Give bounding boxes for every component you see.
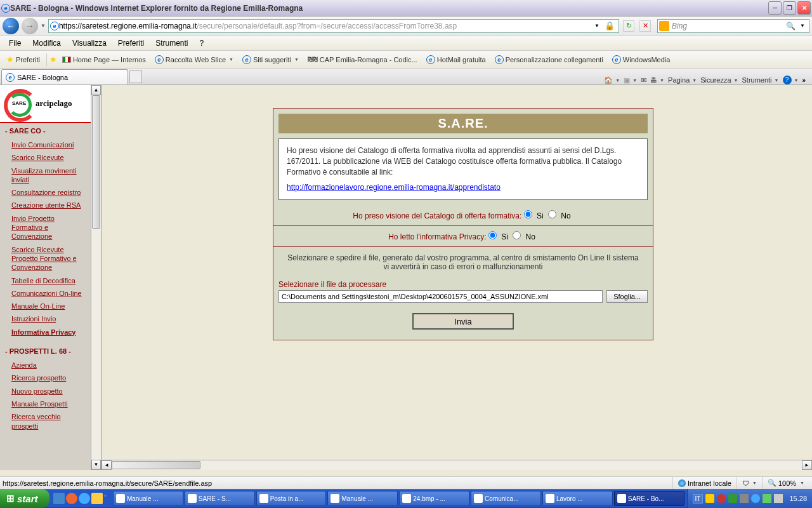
add-favorite-icon[interactable]: ★ <box>49 55 57 64</box>
sidebar-link[interactable]: Invio Comunicazioni <box>11 138 86 151</box>
zoom-level[interactable]: 🔍100%▼ <box>762 477 809 489</box>
catalog-no-radio[interactable] <box>548 210 556 218</box>
scroll-thumb[interactable] <box>92 95 100 229</box>
search-dropdown[interactable]: ▼ <box>797 23 808 29</box>
browse-button[interactable]: Sfoglia... <box>606 290 648 303</box>
scroll-left-button[interactable]: ◄ <box>102 460 112 470</box>
menu-tools[interactable]: Strumenti <box>150 37 193 50</box>
fav-link-hotmail[interactable]: eHotMail gratuita <box>422 54 490 65</box>
task-item[interactable]: Manuale ... <box>327 491 398 506</box>
page-menu[interactable]: Pagina▼ <box>668 76 697 84</box>
sidebar-link[interactable]: Manuale Prospetti <box>11 398 86 410</box>
scroll-down-button[interactable]: ▼ <box>91 460 101 470</box>
task-item[interactable]: Manuale ... <box>113 491 183 506</box>
submit-button[interactable]: Invia <box>412 313 514 330</box>
favorites-button[interactable]: ★Preferiti <box>3 53 44 65</box>
info-link[interactable]: http://formazionelavoro.regione.emilia-r… <box>287 182 501 193</box>
sidebar-link[interactable]: Consultazione registro <box>11 186 86 199</box>
tab-active[interactable]: e SARE - Bologna <box>1 69 128 84</box>
fav-link-webslice[interactable]: eRaccolta Web Slice▼ <box>151 54 237 65</box>
sidebar-link[interactable]: Creazione utente RSA <box>11 199 86 211</box>
sidebar-scrollbar[interactable]: ▲ ▼ <box>91 85 101 470</box>
menu-favorites[interactable]: Preferiti <box>113 37 149 50</box>
back-button[interactable]: ← <box>3 18 19 34</box>
sidebar-link[interactable]: Scarico Ricevute Progetto Formativo e Co… <box>11 243 86 274</box>
maximize-button[interactable]: ❐ <box>783 1 796 15</box>
tray-icon[interactable] <box>774 494 783 503</box>
sidebar-link[interactable]: Azienda <box>11 359 86 371</box>
security-menu[interactable]: Sicurezza▼ <box>700 76 738 84</box>
mail-button[interactable]: ✉ <box>641 76 646 84</box>
tools-menu[interactable]: Strumenti▼ <box>742 76 778 84</box>
tray-icon[interactable] <box>705 494 714 503</box>
task-item[interactable]: SARE - S... <box>185 491 255 506</box>
sidebar-link[interactable]: Invio Progetto Formativo e Convenzione <box>11 212 86 243</box>
privacy-no-radio[interactable] <box>513 231 521 239</box>
scroll-thumb[interactable] <box>112 461 200 469</box>
sidebar-link-privacy[interactable]: Informativa Privacy <box>11 326 86 338</box>
sidebar-link[interactable]: Nuovo prospetto <box>11 385 86 398</box>
scroll-up-button[interactable]: ▲ <box>91 85 101 95</box>
fav-link-wmedia[interactable]: eWindowsMedia <box>608 54 674 65</box>
search-button[interactable]: 🔍 <box>783 22 797 30</box>
menu-view[interactable]: Visualizza <box>67 37 112 50</box>
start-button[interactable]: ⊞ start <box>0 489 49 508</box>
ql-ie-icon[interactable] <box>79 493 90 504</box>
task-item[interactable]: Lavoro ... <box>542 491 613 506</box>
sidebar-link[interactable]: Scarico Ricevute <box>11 151 86 164</box>
task-item[interactable]: 24.bmp - ... <box>399 491 469 506</box>
ql-desktop-icon[interactable] <box>53 493 65 504</box>
feeds-button[interactable]: ▣▼ <box>624 76 637 84</box>
sidebar-link[interactable]: Manuale On-Line <box>11 300 86 312</box>
nav-history-dropdown[interactable]: ▼ <box>41 23 46 29</box>
catalog-yes-radio[interactable] <box>524 210 532 218</box>
forward-button[interactable]: → <box>22 18 38 34</box>
new-tab-button[interactable] <box>129 70 142 83</box>
task-item-active[interactable]: SARE - Bo... <box>614 491 684 506</box>
fav-link-suggested[interactable]: eSiti suggeriti▼ <box>239 54 303 65</box>
refresh-button[interactable]: ↻ <box>623 20 634 32</box>
tray-icon[interactable] <box>763 494 771 503</box>
fav-link-personal[interactable]: ePersonalizzazione collegamenti <box>491 54 607 65</box>
task-item[interactable]: Comunica... <box>471 491 541 506</box>
fav-link-cap[interactable]: ₪₪CAP Emilia-Romagna - Codic... <box>304 55 421 65</box>
logo-area: SARE arcipelago <box>0 85 91 123</box>
help-button[interactable]: ?▼ <box>783 76 799 84</box>
status-text: https://saretest.regione.emilia-romagna.… <box>3 479 672 487</box>
file-path-input[interactable] <box>278 290 603 303</box>
close-button[interactable]: ✕ <box>797 1 811 15</box>
tray-icon[interactable] <box>717 494 726 503</box>
sidebar-link[interactable]: Visualizza movimenti inviati <box>11 164 86 187</box>
ql-firefox-icon[interactable] <box>66 493 77 504</box>
privacy-yes-radio[interactable] <box>488 231 497 239</box>
sidebar-link[interactable]: Comunicazioni On-line <box>11 287 86 300</box>
fav-link-home[interactable]: Home Page — Internos <box>58 55 150 65</box>
sidebar-link[interactable]: Ricerca vecchio prospetti <box>11 410 86 432</box>
tray-icon[interactable] <box>728 494 737 503</box>
ql-chevron-icon[interactable]: » <box>104 493 107 504</box>
menu-file[interactable]: File <box>4 37 26 50</box>
ql-explorer-icon[interactable] <box>91 493 103 504</box>
address-dropdown[interactable]: ▼ <box>592 23 602 29</box>
zoom-icon: 🔍 <box>768 479 776 487</box>
sidebar-link[interactable]: Istruzioni Invio <box>11 312 86 325</box>
clock[interactable]: 15.28 <box>785 495 807 502</box>
home-button[interactable]: 🏠▼ <box>604 76 620 84</box>
chevron-right-icon[interactable]: » <box>802 77 806 84</box>
menu-help[interactable]: ? <box>195 37 209 50</box>
tray-icon[interactable] <box>740 494 749 503</box>
sidebar-link[interactable]: Ricerca prospetto <box>11 371 86 384</box>
search-box[interactable]: Bing 🔍 ▼ <box>657 19 809 33</box>
stop-button[interactable]: ✕ <box>639 20 651 32</box>
language-indicator[interactable]: IT <box>693 494 704 504</box>
minimize-button[interactable]: ─ <box>768 1 782 15</box>
task-item[interactable]: Posta in a... <box>256 491 327 506</box>
sidebar-link[interactable]: Tabelle di Decodifica <box>11 274 86 287</box>
tray-icon[interactable] <box>751 494 760 503</box>
address-bar[interactable]: e https://saretest.regione.emilia-romagn… <box>48 19 619 33</box>
scroll-right-button[interactable]: ► <box>802 460 812 470</box>
menu-edit[interactable]: Modifica <box>27 37 66 50</box>
print-button[interactable]: 🖶▼ <box>650 76 664 84</box>
horizontal-scrollbar[interactable]: ◄ ► <box>102 460 812 470</box>
protected-mode[interactable]: 🛡▼ <box>737 477 762 489</box>
